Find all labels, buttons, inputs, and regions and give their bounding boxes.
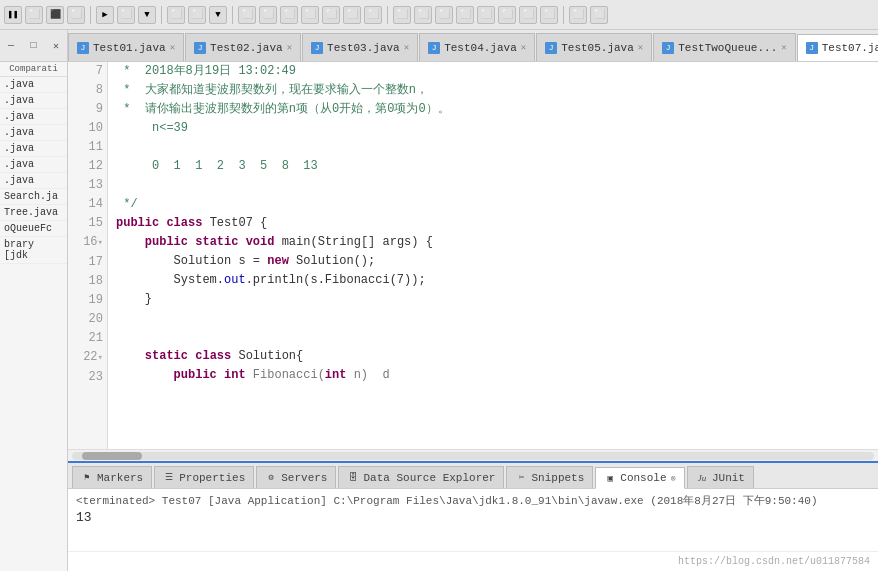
toolbar-btn-19[interactable]: ⬜ xyxy=(435,6,453,24)
toolbar-btn-9[interactable]: ▼ xyxy=(209,6,227,24)
sidebar: — □ ✕ Comparati .java .java .java .java … xyxy=(0,30,68,571)
tab-icon-3: J xyxy=(311,42,323,54)
toolbar-sep-1 xyxy=(90,6,91,24)
console-terminated: <terminated> Test07 [Java Application] C… xyxy=(76,493,870,508)
tab-snippets[interactable]: ✂ Snippets xyxy=(506,466,593,488)
tab-close-6[interactable]: ✕ xyxy=(781,42,786,53)
code-line-14: */ xyxy=(116,195,870,214)
tab-test02[interactable]: J Test02.java ✕ xyxy=(185,33,301,61)
toolbar-btn-12[interactable]: ⬜ xyxy=(280,6,298,24)
tab-test03[interactable]: J Test03.java ✕ xyxy=(302,33,418,61)
tab-close-2[interactable]: ✕ xyxy=(287,42,292,53)
toolbar-btn-22[interactable]: ⬜ xyxy=(498,6,516,24)
sidebar-item-lib[interactable]: brary [jdk xyxy=(0,237,67,264)
code-line-12: 0 1 1 2 3 5 8 13 xyxy=(116,157,870,176)
sidebar-item-7[interactable]: .java xyxy=(0,173,67,189)
sidebar-label: Comparati xyxy=(0,62,67,77)
toolbar-btn-7[interactable]: ⬜ xyxy=(167,6,185,24)
toolbar-btn-10[interactable]: ⬜ xyxy=(238,6,256,24)
tab-markers[interactable]: ⚑ Markers xyxy=(72,466,152,488)
line-num-11: 11 xyxy=(72,138,103,157)
sidebar-item-tree[interactable]: Tree.java xyxy=(0,205,67,221)
toolbar-btn-pause[interactable]: ❚❚ xyxy=(4,6,22,24)
tab-datasource-label: Data Source Explorer xyxy=(363,472,495,484)
sidebar-maximize[interactable]: □ xyxy=(27,39,41,53)
tab-label-2: Test02.java xyxy=(210,42,283,54)
code-line-7: * 2018年8月19日 13:02:49 xyxy=(116,62,870,81)
toolbar-btn-23[interactable]: ⬜ xyxy=(519,6,537,24)
toolbar-btn-2[interactable]: ⬛ xyxy=(46,6,64,24)
line-num-22: 22▾ xyxy=(72,348,103,368)
sidebar-item-queue[interactable]: oQueueFc xyxy=(0,221,67,237)
sidebar-item-5[interactable]: .java xyxy=(0,141,67,157)
toolbar-sep-5 xyxy=(563,6,564,24)
toolbar-btn-25[interactable]: ⬜ xyxy=(569,6,587,24)
tab-test05[interactable]: J Test05.java ✕ xyxy=(536,33,652,61)
toolbar-btn-13[interactable]: ⬜ xyxy=(301,6,319,24)
tab-label-4: Test04.java xyxy=(444,42,517,54)
line-num-10: 10 xyxy=(72,119,103,138)
tab-test01[interactable]: J Test01.java ✕ xyxy=(68,33,184,61)
console-active-indicator: ⊗ xyxy=(671,473,676,484)
toolbar-btn-16[interactable]: ⬜ xyxy=(364,6,382,24)
tab-servers[interactable]: ⚙ Servers xyxy=(256,466,336,488)
sidebar-close[interactable]: ✕ xyxy=(49,39,63,53)
bottom-footer: https://blog.csdn.net/u011877584 xyxy=(68,551,878,571)
code-content[interactable]: * 2018年8月19日 13:02:49 * 大家都知道斐波那契数列，现在要求… xyxy=(108,62,878,449)
toolbar-btn-3[interactable]: ⬜ xyxy=(67,6,85,24)
tab-data-source[interactable]: 🗄 Data Source Explorer xyxy=(338,466,504,488)
tab-close-3[interactable]: ✕ xyxy=(404,42,409,53)
sidebar-item-3[interactable]: .java xyxy=(0,109,67,125)
sidebar-item-6[interactable]: .java xyxy=(0,157,67,173)
toolbar-btn-21[interactable]: ⬜ xyxy=(477,6,495,24)
main-layout: — □ ✕ Comparati .java .java .java .java … xyxy=(0,30,878,571)
toolbar-btn-18[interactable]: ⬜ xyxy=(414,6,432,24)
line-num-23: 23 xyxy=(72,368,103,387)
tab-junit[interactable]: Ju JUnit xyxy=(687,466,754,488)
code-line-11 xyxy=(116,138,870,157)
tab-testTwoQueue[interactable]: J TestTwoQueue... ✕ xyxy=(653,33,795,61)
tab-close-5[interactable]: ✕ xyxy=(638,42,643,53)
code-line-23: public int Fibonacci(int n) d xyxy=(116,366,870,385)
code-line-10: n<=39 xyxy=(116,119,870,138)
horizontal-scrollbar[interactable] xyxy=(68,449,878,461)
tab-label-3: Test03.java xyxy=(327,42,400,54)
tab-test07[interactable]: J Test07.java ✕ xyxy=(797,34,878,62)
code-editor: 7 8 9 10 11 12 13 14 15 16▾ 17 18 19 20 … xyxy=(68,62,878,449)
tab-test04[interactable]: J Test04.java ✕ xyxy=(419,33,535,61)
tab-icon-2: J xyxy=(194,42,206,54)
sidebar-item-search[interactable]: Search.ja xyxy=(0,189,67,205)
toolbar-btn-17[interactable]: ⬜ xyxy=(393,6,411,24)
tab-close-1[interactable]: ✕ xyxy=(170,42,175,53)
tab-icon-1: J xyxy=(77,42,89,54)
toolbar-btn-20[interactable]: ⬜ xyxy=(456,6,474,24)
sidebar-item-2[interactable]: .java xyxy=(0,93,67,109)
toolbar-btn-4[interactable]: ▶ xyxy=(96,6,114,24)
scroll-track xyxy=(72,452,874,460)
tab-markers-label: Markers xyxy=(97,472,143,484)
sidebar-item-1[interactable]: .java xyxy=(0,77,67,93)
sidebar-minimize[interactable]: — xyxy=(4,39,18,53)
toolbar-btn-5[interactable]: ⬜ xyxy=(117,6,135,24)
toolbar-btn-11[interactable]: ⬜ xyxy=(259,6,277,24)
toolbar-btn-8[interactable]: ⬜ xyxy=(188,6,206,24)
tab-label-7: Test07.java xyxy=(822,42,878,54)
tab-properties[interactable]: ☰ Properties xyxy=(154,466,254,488)
toolbar-btn-6[interactable]: ▼ xyxy=(138,6,156,24)
tab-junit-label: JUnit xyxy=(712,472,745,484)
toolbar: ❚❚ ⬜ ⬛ ⬜ ▶ ⬜ ▼ ⬜ ⬜ ▼ ⬜ ⬜ ⬜ ⬜ ⬜ ⬜ ⬜ ⬜ ⬜ ⬜… xyxy=(0,0,878,30)
tab-properties-label: Properties xyxy=(179,472,245,484)
toolbar-btn-14[interactable]: ⬜ xyxy=(322,6,340,24)
tab-console[interactable]: ▣ Console ⊗ xyxy=(595,467,685,489)
toolbar-btn-24[interactable]: ⬜ xyxy=(540,6,558,24)
line-num-21: 21 xyxy=(72,329,103,348)
line-numbers: 7 8 9 10 11 12 13 14 15 16▾ 17 18 19 20 … xyxy=(68,62,108,449)
tab-close-4[interactable]: ✕ xyxy=(521,42,526,53)
toolbar-btn-26[interactable]: ⬜ xyxy=(590,6,608,24)
toolbar-btn-15[interactable]: ⬜ xyxy=(343,6,361,24)
line-num-7: 7 xyxy=(72,62,103,81)
line-num-9: 9 xyxy=(72,100,103,119)
scroll-thumb[interactable] xyxy=(82,452,142,460)
toolbar-btn-1[interactable]: ⬜ xyxy=(25,6,43,24)
sidebar-item-4[interactable]: .java xyxy=(0,125,67,141)
